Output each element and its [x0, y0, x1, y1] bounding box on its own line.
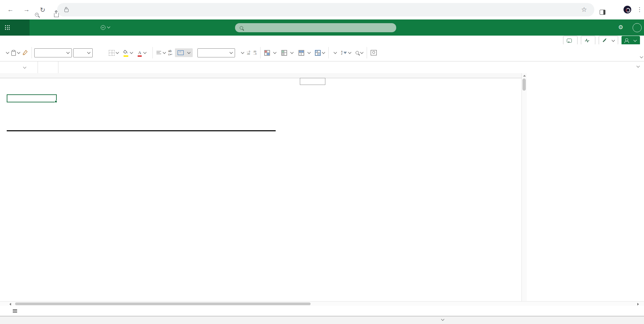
- formula-bar-controls: [38, 61, 58, 73]
- vertical-scrollbar[interactable]: [521, 73, 527, 301]
- scroll-right-icon[interactable]: [637, 303, 639, 306]
- column-headers: [0, 73, 521, 78]
- conditional-formatting-icon: [264, 50, 270, 56]
- borders-button[interactable]: [107, 49, 120, 57]
- alignment-button[interactable]: [155, 49, 167, 57]
- conditional-formatting-button[interactable]: [263, 49, 277, 57]
- search-box[interactable]: [235, 23, 396, 32]
- active-cell-selection[interactable]: [7, 94, 57, 102]
- comments-icon: [567, 39, 572, 43]
- horizontal-scroll-thumb[interactable]: [15, 303, 311, 305]
- insert-cells-button[interactable]: [314, 49, 326, 57]
- cell-styles-button[interactable]: [280, 49, 294, 57]
- decrease-decimal-icon: ←0.00: [246, 50, 250, 55]
- font-color-button[interactable]: A: [136, 49, 147, 57]
- wrap-text-icon: abc↩: [168, 49, 172, 56]
- merge-button[interactable]: [175, 48, 193, 57]
- saved-status-icon[interactable]: [101, 25, 105, 30]
- editing-chevron-icon: [612, 38, 615, 42]
- filter-funnel-icon: [343, 52, 347, 54]
- editing-pencil-icon: [603, 39, 606, 42]
- home-ribbon: A abc↩ ←0.00 .00→0: [0, 44, 644, 61]
- side-panel-icon[interactable]: [600, 10, 605, 15]
- ribbon-tab-bar: [0, 36, 644, 44]
- format-as-table-icon: [298, 50, 304, 56]
- autosum-button[interactable]: [331, 51, 338, 55]
- share-button[interactable]: [622, 36, 640, 45]
- share-page-icon[interactable]: [54, 13, 59, 17]
- borders-icon: [109, 50, 114, 56]
- font-color-bar: [138, 55, 142, 57]
- format-painter-button[interactable]: [21, 49, 29, 57]
- share-chevron-icon: [634, 38, 637, 42]
- increase-decimal-button[interactable]: .00→0: [251, 49, 258, 56]
- sheet-tab-bar: [0, 306, 644, 316]
- editing-mode-button[interactable]: [599, 36, 618, 45]
- sort-filter-button[interactable]: AZ: [340, 49, 352, 56]
- appendix-cell[interactable]: [300, 78, 325, 85]
- catch-up-icon: [585, 39, 590, 43]
- browser-back-icon[interactable]: ←: [5, 4, 16, 15]
- browser-toolbar: ← → ↻ ☆ ⋮: [0, 0, 644, 20]
- italic-button[interactable]: [102, 51, 105, 54]
- browser-menu-icon[interactable]: ⋮: [637, 6, 642, 13]
- decrease-decimal-button[interactable]: ←0.00: [245, 49, 251, 56]
- find-button[interactable]: [354, 50, 364, 56]
- lock-icon: [64, 9, 68, 12]
- collapse-ribbon-chevron-icon[interactable]: [640, 55, 643, 58]
- number-format-select[interactable]: [197, 48, 235, 57]
- name-box-chevron-icon: [23, 65, 27, 68]
- app-launcher-block: [0, 19, 30, 36]
- horizontal-scrollbar[interactable]: [0, 301, 644, 306]
- wrap-text-button[interactable]: abc↩: [167, 48, 174, 57]
- scroll-left-ic on[interactable]: [9, 303, 11, 306]
- expand-formula-bar-chevron-icon[interactable]: [637, 64, 640, 68]
- font-overflow-button[interactable]: [147, 51, 150, 54]
- paste-button[interactable]: [10, 49, 21, 57]
- bookmark-star-icon[interactable]: ☆: [581, 6, 587, 13]
- format-as-table-button[interactable]: [297, 49, 312, 57]
- formula-bar: [0, 61, 644, 74]
- status-options-chevron-icon[interactable]: [441, 318, 445, 321]
- name-box[interactable]: [0, 61, 38, 73]
- find-icon: [356, 51, 359, 54]
- comments-button[interactable]: [563, 36, 578, 45]
- insert-cells-icon: [315, 50, 321, 56]
- fill-color-button[interactable]: [122, 49, 134, 57]
- address-bar[interactable]: ☆: [57, 3, 594, 16]
- browser-forward-icon[interactable]: →: [21, 4, 32, 15]
- cell-styles-icon: [281, 50, 287, 56]
- merge-cells-icon: [178, 50, 184, 55]
- excel-header: ⚙: [0, 19, 644, 36]
- font-color-icon: A: [137, 50, 142, 55]
- align-icon: [156, 50, 162, 55]
- fill-color-icon: [123, 50, 129, 55]
- settings-gear-icon[interactable]: ⚙: [618, 24, 623, 31]
- header-action-buttons: [563, 36, 640, 45]
- catch-up-button[interactable]: [581, 36, 595, 45]
- format-painter-icon: [22, 50, 28, 55]
- title-chevron-icon[interactable]: [107, 25, 110, 29]
- account-avatar[interactable]: [633, 23, 642, 32]
- font-name-select[interactable]: [34, 48, 72, 57]
- all-sheets-icon[interactable]: [13, 308, 17, 313]
- sheet-view-button[interactable]: [369, 49, 378, 57]
- app-launcher-icon[interactable]: [5, 25, 10, 30]
- currency-format-button[interactable]: [238, 51, 245, 55]
- bold-button[interactable]: [97, 51, 99, 54]
- ribbon-tabs: [0, 36, 644, 44]
- status-bar: [0, 316, 644, 324]
- excel-online-window: ← → ↻ ☆ ⋮ ⚙: [0, 0, 644, 324]
- extension-icon[interactable]: [624, 6, 631, 13]
- ribbon-overflow-button[interactable]: [380, 51, 383, 54]
- sort-az-icon: AZ: [341, 50, 343, 55]
- undo-button[interactable]: [3, 51, 10, 55]
- browser-reload-icon[interactable]: ↻: [37, 4, 48, 15]
- font-size-select[interactable]: [73, 48, 93, 57]
- inventory-table: [7, 130, 276, 131]
- scroll-up-icon[interactable]: [523, 75, 526, 77]
- vertical-scroll-thumb[interactable]: [522, 79, 526, 91]
- sheet-view-icon: [371, 50, 377, 55]
- zoom-page-icon[interactable]: [35, 13, 39, 16]
- increase-decimal-icon: .00→0: [253, 50, 257, 55]
